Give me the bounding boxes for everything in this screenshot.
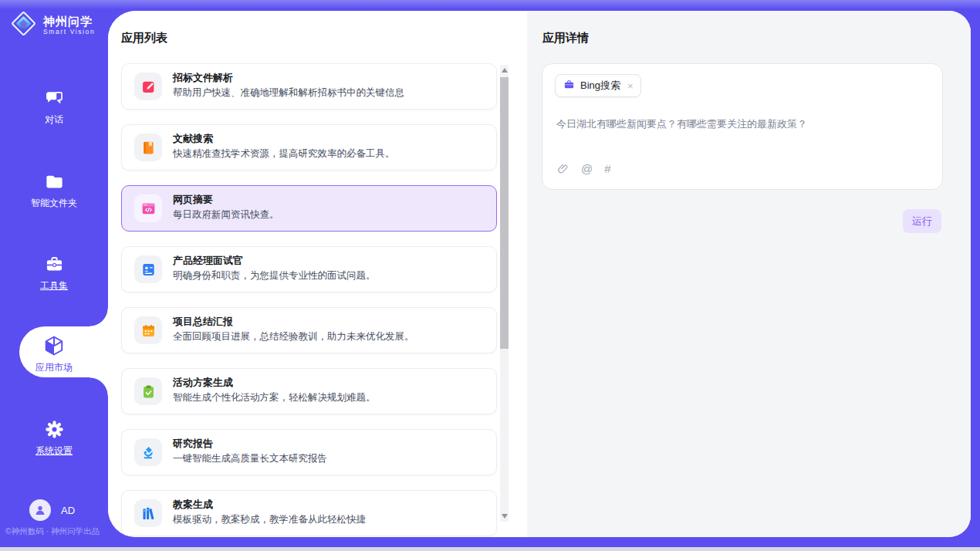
sidebar-item-label: 工具集 (40, 279, 68, 292)
mention-icon[interactable]: @ (581, 162, 593, 175)
app-list-scrollbar[interactable] (500, 65, 509, 522)
copyright-footer: ©神州数码 · 神州问学出品 (5, 526, 108, 537)
app-card-desc: 每日政府新闻资讯快查。 (173, 208, 279, 221)
app-card-title: 网页摘要 (173, 193, 213, 207)
app-card-desc: 一键智能生成高质量长文本研究报告 (173, 452, 327, 465)
app-card-bid-analysis[interactable]: 招标文件解析 帮助用户快速、准确地理解和解析招标书中的关键信息 (121, 63, 497, 110)
research-icon (134, 438, 162, 466)
app-detail-panel: 应用详情 Bing搜索 × 今日湖北有哪些新闻要点？有哪些需要关注的最新政策？ (527, 11, 971, 537)
tool-chip-label: Bing搜索 (580, 79, 620, 93)
clipboard-icon (134, 377, 162, 405)
book-icon (134, 134, 162, 161)
app-list-panel: 应用列表 招标文件解析 帮助用户快速、准确地理解和解析招标书中的关键信息 (108, 11, 527, 537)
window-top-edge (0, 0, 980, 9)
sidebar-item-settings[interactable]: 系统设置 (0, 417, 108, 458)
app-card-research-report[interactable]: 研究报告 一键智能生成高质量长文本研究报告 (121, 429, 497, 475)
chat-icon (0, 86, 108, 110)
app-card-title: 项目总结汇报 (173, 315, 233, 329)
app-card-pm-interviewer[interactable]: 产品经理面试官 明确身份和职责，为您提供专业性的面试问题。 (121, 246, 497, 292)
gear-icon (0, 417, 108, 441)
brand-subtitle: Smart Vision (43, 28, 95, 35)
sidebar-item-smart-folder[interactable]: 智能文件夹 (0, 170, 108, 210)
sidebar-item-toolset[interactable]: 工具集 (0, 252, 108, 292)
app-card-title: 招标文件解析 (173, 71, 233, 85)
user-profile[interactable]: AD (29, 499, 75, 521)
webpage-icon (134, 194, 162, 222)
app-detail-title: 应用详情 (542, 31, 589, 46)
sidebar-item-label: 应用市场 (35, 361, 73, 374)
app-card-activity-plan[interactable]: 活动方案生成 智能生成个性化活动方案，轻松解决规划难题。 (121, 368, 497, 414)
avatar-person-icon (33, 503, 47, 517)
folder-icon (0, 170, 108, 193)
input-toolbar: @ # (556, 162, 611, 175)
app-card-desc: 模板驱动，教案秒成，教学准备从此轻松快捷 (173, 513, 366, 526)
app-card-literature-search[interactable]: 文献搜索 快速精准查找学术资源，提高研究效率的必备工具。 (121, 124, 497, 171)
app-list: 招标文件解析 帮助用户快速、准确地理解和解析招标书中的关键信息 文献搜索 快速精… (121, 63, 497, 537)
run-button[interactable]: 运行 (903, 209, 941, 233)
sidebar: 神州问学 Smart Vision 对话 智能文件夹 (0, 0, 108, 551)
sidebar-item-label: 系统设置 (35, 445, 73, 458)
paperclip-icon[interactable] (556, 162, 569, 175)
scrollbar-thumb[interactable] (500, 77, 509, 349)
query-text: 今日湖北有哪些新闻要点？有哪些需要关注的最新政策？ (556, 117, 807, 131)
app-window: 神州问学 Smart Vision 对话 智能文件夹 (0, 0, 980, 551)
sidebar-item-label: 对话 (45, 113, 63, 127)
edit-icon (134, 73, 162, 100)
close-icon[interactable]: × (627, 80, 634, 92)
brand-name: 神州问学 (43, 15, 95, 28)
app-card-title: 教案生成 (173, 498, 213, 512)
app-card-project-summary[interactable]: 项目总结汇报 全面回顾项目进展，总结经验教训，助力未来优化发展。 (121, 307, 497, 353)
diamond-logo-icon (9, 9, 38, 41)
app-card-desc: 帮助用户快速、准确地理解和解析招标书中的关键信息 (173, 86, 404, 100)
app-card-desc: 全面回顾项目进展，总结经验教训，助力未来优化发展。 (173, 330, 414, 343)
hashtag-icon[interactable]: # (604, 162, 610, 175)
scroll-up-arrow-icon[interactable] (502, 68, 508, 73)
prompt-input-area[interactable]: Bing搜索 × 今日湖北有哪些新闻要点？有哪些需要关注的最新政策？ @ # (542, 63, 943, 190)
toolbox-icon (0, 252, 108, 276)
window-bottom-edge (0, 547, 980, 551)
brand-logo: 神州问学 Smart Vision (9, 9, 95, 41)
app-card-desc: 快速精准查找学术资源，提高研究效率的必备工具。 (173, 147, 395, 161)
scroll-down-arrow-icon[interactable] (502, 514, 508, 519)
app-card-webpage-summary-selected[interactable]: 网页摘要 每日政府新闻资讯快查。 (121, 185, 497, 232)
app-card-title: 活动方案生成 (173, 376, 233, 390)
avatar (29, 499, 51, 521)
user-name: AD (61, 505, 75, 516)
interview-icon (134, 255, 162, 283)
calendar-icon (134, 316, 162, 344)
app-card-lesson-plan[interactable]: 教案生成 模板驱动，教案秒成，教学准备从此轻松快捷 (121, 490, 497, 536)
app-list-title: 应用列表 (121, 31, 167, 46)
app-card-title: 文献搜索 (173, 132, 213, 146)
app-card-title: 研究报告 (173, 437, 213, 451)
app-card-desc: 明确身份和职责，为您提供专业性的面试问题。 (173, 269, 376, 282)
books-icon (134, 499, 162, 527)
tool-chip-bing-search[interactable]: Bing搜索 × (555, 74, 641, 97)
sidebar-item-chat[interactable]: 对话 (0, 86, 108, 127)
cube-icon (0, 334, 108, 357)
sidebar-item-app-market[interactable]: 应用市场 (0, 334, 108, 374)
app-card-title: 产品经理面试官 (173, 254, 243, 268)
app-card-desc: 智能生成个性化活动方案，轻松解决规划难题。 (173, 391, 376, 404)
sidebar-item-label: 智能文件夹 (31, 197, 77, 210)
main-content: 应用列表 招标文件解析 帮助用户快速、准确地理解和解析招标书中的关键信息 (108, 11, 971, 537)
briefcase-icon (563, 79, 575, 93)
